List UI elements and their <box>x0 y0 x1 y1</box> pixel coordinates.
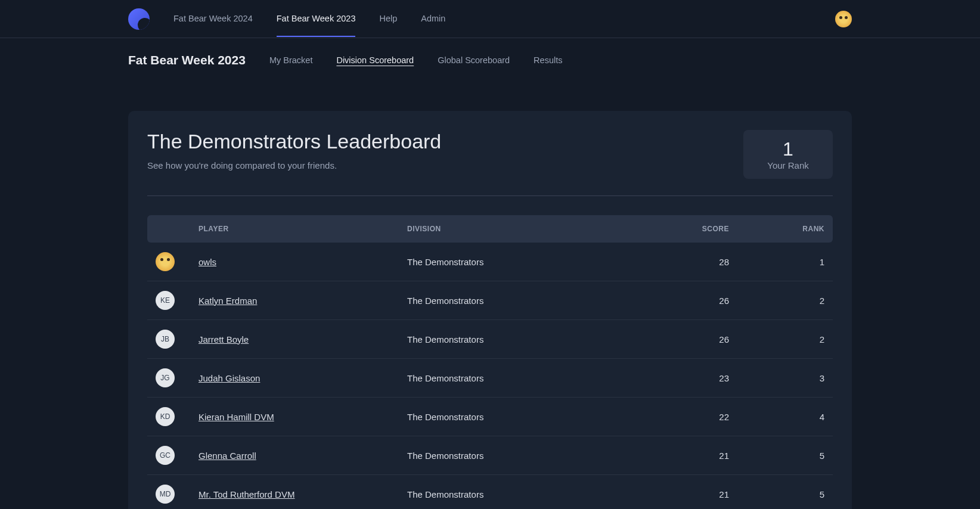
card-header-text: The Demonstrators Leaderboard See how yo… <box>147 130 441 170</box>
score-cell: 22 <box>610 412 729 422</box>
rank-cell: 1 <box>729 257 824 267</box>
sub-nav: Fat Bear Week 2023 My Bracket Division S… <box>0 38 980 82</box>
th-division: DIVISION <box>407 225 610 233</box>
avatar-cell: KE <box>156 291 199 310</box>
avatar-initials-icon: JG <box>156 368 175 387</box>
leaderboard-title: The Demonstrators Leaderboard <box>147 130 441 153</box>
player-link[interactable]: Jarrett Boyle <box>199 334 407 344</box>
logo-icon[interactable] <box>128 8 150 30</box>
score-cell: 21 <box>610 489 729 499</box>
avatar-cell: MD <box>156 485 199 504</box>
table-row: MD Mr. Tod Rutherford DVM The Demonstrat… <box>147 475 833 509</box>
avatar-initials-icon: KD <box>156 407 175 426</box>
user-avatar-icon[interactable] <box>835 11 852 27</box>
score-cell: 28 <box>610 257 729 267</box>
nav-link-fbw-2024[interactable]: Fat Bear Week 2024 <box>173 1 253 37</box>
avatar-cell: JG <box>156 368 199 387</box>
avatar-cell: GC <box>156 446 199 465</box>
avatar-initials-icon: MD <box>156 485 175 504</box>
avatar-cell <box>156 252 199 271</box>
player-link[interactable]: Mr. Tod Rutherford DVM <box>199 489 407 499</box>
rank-cell: 2 <box>729 334 824 344</box>
leaderboard-card: The Demonstrators Leaderboard See how yo… <box>128 111 852 509</box>
your-rank-label: Your Rank <box>760 160 816 170</box>
table-row: GC Glenna Carroll The Demonstrators 21 5 <box>147 436 833 475</box>
table-row: JG Judah Gislason The Demonstrators 23 3 <box>147 359 833 398</box>
division-cell: The Demonstrators <box>407 257 610 267</box>
division-cell: The Demonstrators <box>407 489 610 499</box>
score-cell: 26 <box>610 334 729 344</box>
th-rank: RANK <box>729 225 824 233</box>
division-cell: The Demonstrators <box>407 296 610 306</box>
th-player: PLAYER <box>199 225 407 233</box>
avatar-initials-icon: KE <box>156 291 175 310</box>
player-link[interactable]: owls <box>199 257 407 267</box>
leaderboard-subtitle: See how you're doing compared to your fr… <box>147 160 441 170</box>
subnav-link-results[interactable]: Results <box>534 55 562 65</box>
card-header: The Demonstrators Leaderboard See how yo… <box>147 130 833 196</box>
subnav-link-global-scoreboard[interactable]: Global Scoreboard <box>438 55 510 65</box>
your-rank-box: 1 Your Rank <box>743 130 833 179</box>
nav-link-help[interactable]: Help <box>379 1 397 37</box>
avatar-cell: KD <box>156 407 199 426</box>
player-link[interactable]: Katlyn Erdman <box>199 296 407 306</box>
avatar-initials-icon: JB <box>156 330 175 349</box>
table-row: owls The Demonstrators 28 1 <box>147 243 833 281</box>
player-link[interactable]: Judah Gislason <box>199 373 407 383</box>
division-cell: The Demonstrators <box>407 451 610 461</box>
table-row: KD Kieran Hamill DVM The Demonstrators 2… <box>147 398 833 436</box>
th-avatar-spacer <box>156 225 199 233</box>
nav-link-fbw-2023[interactable]: Fat Bear Week 2023 <box>277 1 356 37</box>
avatar-cell: JB <box>156 330 199 349</box>
table-row: JB Jarrett Boyle The Demonstrators 26 2 <box>147 320 833 359</box>
rank-cell: 5 <box>729 451 824 461</box>
page-title: Fat Bear Week 2023 <box>128 53 246 67</box>
top-nav-left: Fat Bear Week 2024 Fat Bear Week 2023 He… <box>128 1 445 37</box>
table-row: KE Katlyn Erdman The Demonstrators 26 2 <box>147 281 833 320</box>
score-cell: 26 <box>610 296 729 306</box>
owl-avatar-icon <box>156 252 175 271</box>
rank-cell: 4 <box>729 412 824 422</box>
top-nav-links: Fat Bear Week 2024 Fat Bear Week 2023 He… <box>173 1 445 37</box>
nav-link-admin[interactable]: Admin <box>421 1 445 37</box>
rank-cell: 3 <box>729 373 824 383</box>
th-score: SCORE <box>610 225 729 233</box>
player-link[interactable]: Kieran Hamill DVM <box>199 412 407 422</box>
score-cell: 23 <box>610 373 729 383</box>
top-nav: Fat Bear Week 2024 Fat Bear Week 2023 He… <box>0 0 980 38</box>
leaderboard-table: PLAYER DIVISION SCORE RANK owls The Demo… <box>147 215 833 509</box>
subnav-link-my-bracket[interactable]: My Bracket <box>269 55 313 65</box>
subnav-link-division-scoreboard[interactable]: Division Scoreboard <box>336 55 414 65</box>
player-link[interactable]: Glenna Carroll <box>199 451 407 461</box>
division-cell: The Demonstrators <box>407 373 610 383</box>
rank-cell: 2 <box>729 296 824 306</box>
division-cell: The Demonstrators <box>407 412 610 422</box>
avatar-initials-icon: GC <box>156 446 175 465</box>
score-cell: 21 <box>610 451 729 461</box>
rank-cell: 5 <box>729 489 824 499</box>
table-header-row: PLAYER DIVISION SCORE RANK <box>147 215 833 243</box>
your-rank-value: 1 <box>760 138 816 160</box>
division-cell: The Demonstrators <box>407 334 610 344</box>
